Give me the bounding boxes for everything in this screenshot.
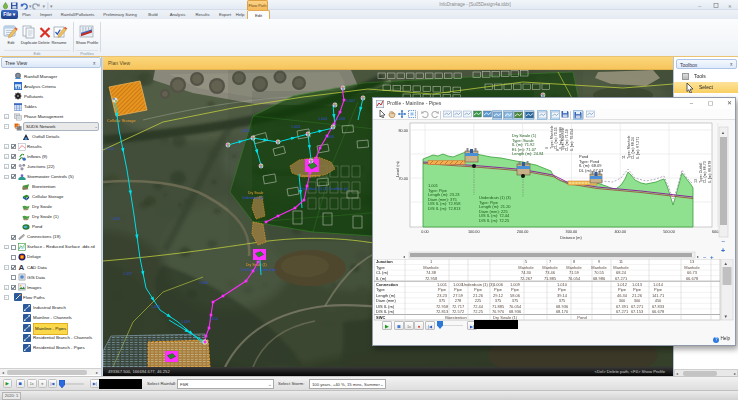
svg-text:375: 375 xyxy=(512,298,519,303)
svg-text:27.59: 27.59 xyxy=(453,293,464,298)
svg-text:278: 278 xyxy=(455,298,462,303)
svg-text:Manhole: Manhole xyxy=(591,265,607,270)
svg-text:74.30: 74.30 xyxy=(521,270,532,275)
svg-text:67.391: 67.391 xyxy=(616,304,629,309)
svg-text:39.14: 39.14 xyxy=(557,293,568,298)
svg-text:71.59: 71.59 xyxy=(569,270,580,275)
svg-text:▲: ▲ xyxy=(724,261,728,266)
svg-text:100.00: 100.00 xyxy=(468,230,480,234)
svg-text:67.153: 67.153 xyxy=(631,309,644,314)
svg-text:375: 375 xyxy=(559,298,566,303)
svg-text:67.271: 67.271 xyxy=(616,309,629,314)
svg-text:29.12: 29.12 xyxy=(493,293,504,298)
svg-text:66.73: 66.73 xyxy=(687,270,698,275)
svg-text:Pipe: Pipe xyxy=(511,287,520,292)
svg-text:400.00: 400.00 xyxy=(614,230,626,234)
svg-text:Distance (m): Distance (m) xyxy=(560,236,582,240)
svg-text:Type: Type xyxy=(376,265,385,270)
svg-text:375: 375 xyxy=(495,298,502,303)
svg-text:Underdrain (1): Underdrain (1) xyxy=(242,196,264,200)
svg-text:Underdrain (1) (3)Type: PipeLe: Underdrain (1) (3)Type: PipeLength (m): … xyxy=(479,195,511,223)
svg-text:72.25: 72.25 xyxy=(473,309,484,314)
svg-text:−: − xyxy=(721,238,725,245)
svg-text:21.26: 21.26 xyxy=(473,293,484,298)
svg-text:▼: ▼ xyxy=(724,314,728,319)
svg-text:300: 300 xyxy=(619,298,626,303)
svg-text:1.008: 1.008 xyxy=(336,117,345,121)
svg-text:375: 375 xyxy=(439,298,446,303)
svg-text:68.936: 68.936 xyxy=(556,304,569,309)
svg-text:Pond: Pond xyxy=(577,315,586,320)
svg-text:1.009: 1.009 xyxy=(510,282,521,287)
svg-text:66.678: 66.678 xyxy=(652,309,665,314)
svg-text:Overflow (1) Underdrain: Overflow (1) Underdrain xyxy=(240,268,276,272)
svg-text:Diam (mm): Diam (mm) xyxy=(376,298,396,303)
svg-text:Manhole: Manhole xyxy=(684,265,700,270)
svg-text:▾: ▾ xyxy=(50,3,53,9)
svg-text:1.001: 1.001 xyxy=(437,282,448,287)
svg-text:Manhole: Manhole xyxy=(518,265,534,270)
svg-text:Length (m): Length (m) xyxy=(376,293,396,298)
svg-text:Pipe: Pipe xyxy=(438,287,447,292)
svg-text:Pipe: Pipe xyxy=(494,287,503,292)
svg-text:1.010: 1.010 xyxy=(557,282,568,287)
svg-text:141.71: 141.71 xyxy=(652,293,665,298)
svg-text:1.012: 1.012 xyxy=(617,282,628,287)
svg-text:A: A xyxy=(18,264,24,272)
svg-text:1.010: 1.010 xyxy=(209,317,218,321)
svg-text:68.170: 68.170 xyxy=(556,309,569,314)
svg-text:300: 300 xyxy=(634,298,641,303)
svg-text:1.007: 1.007 xyxy=(346,99,355,103)
svg-text:1.017: 1.017 xyxy=(123,272,132,276)
svg-text:73.46: 73.46 xyxy=(545,270,556,275)
svg-text:450: 450 xyxy=(655,298,662,303)
svg-text:Underdrain (1) (3): Underdrain (1) (3) xyxy=(462,282,494,287)
svg-text:Pipe: Pipe xyxy=(618,287,627,292)
svg-text:✕: ✕ xyxy=(728,4,732,9)
svg-text:1.014: 1.014 xyxy=(653,282,664,287)
svg-text:▾: ▾ xyxy=(29,3,32,9)
svg-text:–: – xyxy=(698,2,702,8)
svg-text:13: 13 xyxy=(690,259,695,264)
svg-text:74.38: 74.38 xyxy=(426,270,437,275)
svg-text:70.55: 70.55 xyxy=(594,270,605,275)
svg-text:Pipe: Pipe xyxy=(558,287,567,292)
svg-text:1.019: 1.019 xyxy=(181,320,190,324)
svg-text:Connection: Connection xyxy=(376,282,399,287)
svg-text:68.986: 68.986 xyxy=(593,276,606,281)
svg-text:72.572: 72.572 xyxy=(452,309,465,314)
svg-text:1.006: 1.006 xyxy=(493,282,504,287)
svg-text:Pipe: Pipe xyxy=(654,287,663,292)
svg-text:500.00: 500.00 xyxy=(663,230,675,234)
svg-text:68.24: 68.24 xyxy=(616,270,627,275)
svg-text:1.018: 1.018 xyxy=(151,305,160,309)
svg-text:Pipe: Pipe xyxy=(633,287,642,292)
svg-text:Manhole: Manhole xyxy=(423,265,439,270)
svg-text:58.06: 58.06 xyxy=(510,293,521,298)
svg-text:46.34: 46.34 xyxy=(617,293,628,298)
svg-text:Manhole: Manhole xyxy=(613,265,629,270)
svg-text:Dry Swale: Dry Swale xyxy=(248,191,264,195)
svg-text:Level (m): Level (m) xyxy=(396,160,400,177)
svg-text:0.00: 0.00 xyxy=(421,230,428,234)
svg-text:▾: ▾ xyxy=(43,3,46,9)
svg-text:225: 225 xyxy=(475,298,482,303)
svg-text:Junction: Junction xyxy=(376,259,393,264)
svg-text:Type: Type xyxy=(376,287,385,292)
svg-text:67.271: 67.271 xyxy=(631,304,644,309)
svg-text:1.006: 1.006 xyxy=(199,281,208,285)
svg-text:72.813: 72.813 xyxy=(436,309,449,314)
svg-text:71.885: 71.885 xyxy=(492,304,505,309)
svg-text:1.015: 1.015 xyxy=(105,147,114,151)
svg-text:70.054: 70.054 xyxy=(509,304,522,309)
svg-text:80.00: 80.00 xyxy=(398,129,408,133)
svg-text:67.833: 67.833 xyxy=(652,304,665,309)
svg-text:1.009: 1.009 xyxy=(325,135,334,139)
svg-text:Cellular Storage: Cellular Storage xyxy=(107,118,136,123)
svg-text:200.00: 200.00 xyxy=(517,230,529,234)
svg-text:Bioretention: Bioretention xyxy=(445,315,466,320)
svg-text:72.717: 72.717 xyxy=(452,304,465,309)
svg-text:1.013: 1.013 xyxy=(632,282,643,287)
svg-text:72.958: 72.958 xyxy=(425,276,438,281)
svg-text:70.970: 70.970 xyxy=(492,309,505,314)
